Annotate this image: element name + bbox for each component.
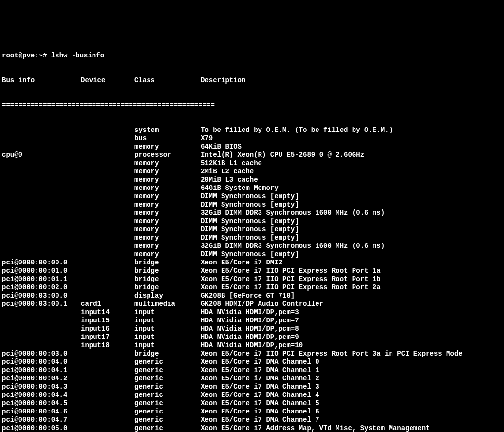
cell-bus [2,159,81,168]
cell-description: Xeon E5/Core i7 DMA Channel 7 [201,416,502,424]
cell-description: Xeon E5/Core i7 IIO PCI Express Root Por… [201,275,502,283]
cell-bus [2,308,81,317]
cell-bus [2,325,81,333]
cell-bus: pci@0000:00:01.1 [2,275,81,283]
cell-device [81,126,134,134]
table-row: input15inputHDA NVidia HDMI/DP,pcm=7 [2,317,502,325]
cell-class: generic [134,358,201,366]
cell-description: 512KiB L1 cache [201,159,502,168]
header-bus: Bus info [2,76,81,85]
terminal-output[interactable]: root@pve:~# lshw -businfo Bus infoDevice… [2,35,502,432]
cell-device [81,134,134,143]
cell-device: input14 [81,308,134,317]
table-row: memoryDIMM Synchronous [empty] [2,234,502,242]
cell-class: generic [134,383,201,391]
cell-description: DIMM Synchronous [empty] [201,192,502,201]
cell-device [81,259,134,267]
cell-bus [2,134,81,143]
cell-description: HDA NVidia HDMI/DP,pcm=10 [201,341,502,350]
cell-device [81,192,134,201]
header-class: Class [134,76,201,85]
cell-device [81,375,134,383]
cell-class: memory [134,234,201,242]
cell-device [81,408,134,416]
table-row: pci@0000:00:04.0genericXeon E5/Core i7 D… [2,358,502,366]
cell-class: generic [134,416,201,424]
cell-device [81,292,134,300]
cell-description: HDA NVidia HDMI/DP,pcm=3 [201,308,502,317]
cell-class: generic [134,399,201,408]
table-row: pci@0000:00:05.0genericXeon E5/Core i7 A… [2,424,502,432]
cell-device [81,358,134,366]
table-row: pci@0000:00:04.5genericXeon E5/Core i7 D… [2,399,502,408]
cell-device [81,225,134,234]
cell-class: multimedia [134,300,201,308]
cell-bus: pci@0000:00:04.4 [2,391,81,399]
cell-description: 64KiB BIOS [201,143,502,151]
cell-class: bridge [134,283,201,292]
cell-device [81,201,134,209]
cell-device [81,242,134,250]
cell-class: memory [134,250,201,259]
table-row: pci@0000:00:02.0bridgeXeon E5/Core i7 II… [2,283,502,292]
cell-class: generic [134,375,201,383]
cell-bus: pci@0000:00:02.0 [2,283,81,292]
cell-description: DIMM Synchronous [empty] [201,217,502,225]
cell-device [81,151,134,159]
cell-description: Xeon E5/Core i7 Address Map, VTd_Misc, S… [201,424,502,432]
cell-class: input [134,308,201,317]
cell-bus [2,242,81,250]
cell-device [81,184,134,192]
table-row: cpu@0processorIntel(R) Xeon(R) CPU E5-26… [2,151,502,159]
cell-description: Xeon E5/Core i7 DMI2 [201,259,502,267]
table-row: pci@0000:00:04.7genericXeon E5/Core i7 D… [2,416,502,424]
cell-bus: pci@0000:00:01.0 [2,267,81,275]
cell-description: 32GiB DIMM DDR3 Synchronous 1600 MHz (0.… [201,242,502,250]
cell-bus: pci@0000:03:00.0 [2,292,81,300]
cell-device [81,391,134,399]
cell-device [81,267,134,275]
table-row: memory512KiB L1 cache [2,159,502,168]
cell-device [81,234,134,242]
cell-bus [2,234,81,242]
cell-class: memory [134,143,201,151]
cell-bus [2,317,81,325]
table-row: pci@0000:00:04.4genericXeon E5/Core i7 D… [2,391,502,399]
cell-class: memory [134,225,201,234]
table-row: pci@0000:00:01.1bridgeXeon E5/Core i7 II… [2,275,502,283]
cell-device [81,209,134,217]
cell-description: 20MiB L3 cache [201,176,502,184]
cell-description: Xeon E5/Core i7 DMA Channel 6 [201,408,502,416]
cell-device [81,416,134,424]
cell-device [81,159,134,168]
table-row: input18inputHDA NVidia HDMI/DP,pcm=10 [2,341,502,350]
cell-description: GK208 HDMI/DP Audio Controller [201,300,502,308]
table-row: input14inputHDA NVidia HDMI/DP,pcm=3 [2,308,502,317]
table-row: pci@0000:00:04.1genericXeon E5/Core i7 D… [2,366,502,375]
cell-device [81,176,134,184]
cell-description: Xeon E5/Core i7 IIO PCI Express Root Por… [201,350,502,358]
table-row: pci@0000:00:04.2genericXeon E5/Core i7 D… [2,375,502,383]
cell-class: bridge [134,259,201,267]
cell-class: memory [134,217,201,225]
cell-description: Xeon E5/Core i7 IIO PCI Express Root Por… [201,267,502,275]
cell-description: DIMM Synchronous [empty] [201,250,502,259]
cell-bus [2,143,81,151]
cell-description: Xeon E5/Core i7 DMA Channel 5 [201,399,502,408]
cell-class: generic [134,424,201,432]
table-row: pci@0000:00:04.3genericXeon E5/Core i7 D… [2,383,502,391]
cell-device: input16 [81,325,134,333]
cell-device [81,275,134,283]
cell-device [81,168,134,176]
cell-bus [2,250,81,259]
cell-bus [2,341,81,350]
shell-prompt: root@pve:~# [2,52,51,60]
table-row: input16inputHDA NVidia HDMI/DP,pcm=8 [2,325,502,333]
cell-device [81,424,134,432]
cell-bus [2,225,81,234]
separator-row: ========================================… [2,101,502,110]
table-row: memory32GiB DIMM DDR3 Synchronous 1600 M… [2,242,502,250]
cell-description: Xeon E5/Core i7 DMA Channel 3 [201,383,502,391]
cell-class: input [134,317,201,325]
cell-description: Intel(R) Xeon(R) CPU E5-2689 0 @ 2.60GHz [201,151,502,159]
